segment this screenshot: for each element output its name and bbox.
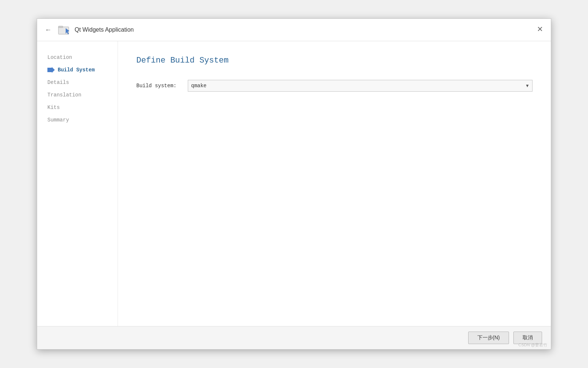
- sidebar-item-label-summary: Summary: [47, 117, 69, 123]
- sidebar-item-summary[interactable]: Summary: [44, 115, 110, 125]
- active-arrow-icon: [47, 67, 55, 73]
- sidebar-item-label-translation: Translation: [47, 92, 81, 98]
- project-wizard-icon: [58, 23, 71, 36]
- build-system-select[interactable]: qmake cmake qbs: [188, 80, 533, 92]
- sidebar-item-details[interactable]: Details: [44, 77, 110, 88]
- sidebar-item-label-kits: Kits: [47, 105, 60, 110]
- build-system-label: Build system:: [136, 83, 180, 89]
- svg-rect-1: [58, 26, 63, 28]
- watermark: CSDN @姜君竹: [519, 342, 547, 348]
- sidebar: Location Build System Details Translatio…: [37, 41, 118, 326]
- next-button[interactable]: 下一步(N): [468, 332, 509, 344]
- back-button[interactable]: ←: [43, 25, 53, 35]
- dialog-window: ← Qt Widgets Application ✕ Location: [37, 18, 551, 350]
- sidebar-item-label-location: Location: [47, 54, 72, 60]
- sidebar-item-translation[interactable]: Translation: [44, 90, 110, 100]
- footer: 下一步(N) 取消: [37, 326, 551, 349]
- title-bar: ← Qt Widgets Application ✕: [37, 19, 551, 41]
- sidebar-item-kits[interactable]: Kits: [44, 102, 110, 113]
- dialog-content: Location Build System Details Translatio…: [37, 41, 551, 326]
- build-system-row: Build system: qmake cmake qbs ▼: [136, 80, 533, 92]
- sidebar-item-label-build-system: Build System: [58, 67, 95, 73]
- dialog-title: Qt Widgets Application: [75, 26, 134, 33]
- section-title: Define Build System: [136, 56, 533, 65]
- svg-marker-3: [47, 67, 55, 73]
- sidebar-item-location[interactable]: Location: [44, 52, 110, 63]
- sidebar-item-label-details: Details: [47, 79, 69, 85]
- build-system-select-wrapper: qmake cmake qbs ▼: [188, 80, 533, 92]
- close-button[interactable]: ✕: [535, 24, 545, 34]
- sidebar-item-build-system[interactable]: Build System: [44, 65, 110, 75]
- main-content: Define Build System Build system: qmake …: [118, 41, 551, 326]
